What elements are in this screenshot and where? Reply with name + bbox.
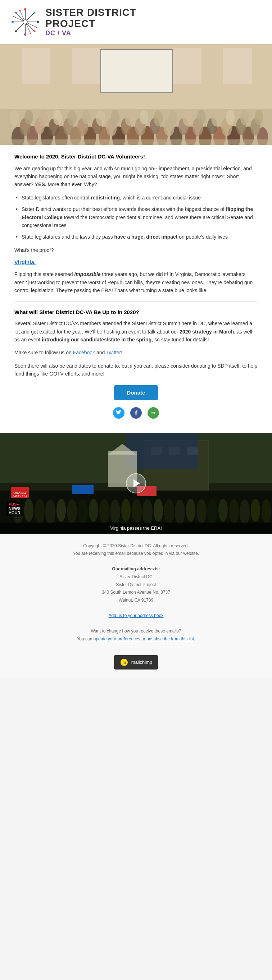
svg-point-74 [111,110,120,125]
svg-point-113 [229,499,239,523]
svg-point-83 [240,110,249,126]
svg-point-96 [45,500,55,525]
mailchimp-label: mailchimp [131,658,152,666]
svg-rect-120 [72,485,94,494]
svg-point-75 [125,110,134,126]
svg-point-103 [121,499,131,522]
section2-paragraph1: Several Sister District DC/VA members at… [14,320,258,344]
welcome-title: Welcome to 2020, Sister District DC-VA V… [14,153,258,159]
svg-point-70 [53,110,62,125]
svg-point-81 [211,110,221,126]
add-address-link[interactable]: Add us to your address book [109,613,164,618]
svg-point-15 [37,21,39,23]
virginia-paragraph: Flipping this state seemed impossible th… [14,270,258,294]
mailchimp-logo-icon: m [120,658,128,667]
footer-copyright: Copyright © 2020 Sister District DC. All… [14,542,258,550]
footer-address3: 340 South Lemon Avenue No. 8737 [14,589,258,597]
svg-point-95 [35,499,45,523]
svg-rect-85 [0,140,272,145]
logo-title: SISTER DISTRICT PROJECT [45,7,136,29]
list-item: Sister District wants to put their best … [14,205,258,229]
list-item: State legislatures often control redistr… [14,194,258,202]
svg-point-106 [154,499,163,522]
hero-image [0,44,272,145]
svg-point-72 [82,110,91,124]
unsubscribe-link[interactable]: unsubscribe from this list [146,636,194,641]
svg-rect-29 [173,48,202,84]
twitter-link[interactable]: Twitter [106,350,121,355]
forward-icon[interactable] [147,407,159,418]
footer-receiving-reason: You are receiving this email because you… [14,550,258,558]
facebook-social-icon[interactable] [130,407,142,418]
svg-point-19 [15,30,17,32]
donate-button-wrapper: Donate [14,385,258,400]
svg-point-80 [197,110,206,124]
virginia-heading: Virginia. [14,259,258,265]
svg-point-97 [56,499,66,522]
svg-point-68 [24,110,33,124]
footer-address4: Walnut, CA 91789 [14,597,258,605]
svg-point-18 [34,12,36,14]
follow-paragraph: Make sure to follow us on Facebook and T… [14,348,258,356]
main-content: Welcome to 2020, Sister District DC-VA V… [0,145,272,433]
footer-address1: Sister District DC [14,573,258,581]
svg-point-79 [182,110,192,126]
update-prefs-link[interactable]: update your preferences [94,636,140,641]
svg-point-17 [34,30,36,32]
svg-text:m: m [122,660,126,665]
pbs-badge: PBS●NEWSHOUR [6,501,23,516]
svg-point-71 [67,110,77,126]
play-button[interactable] [126,473,146,493]
svg-point-116 [262,499,271,523]
svg-point-112 [218,499,228,522]
svg-rect-31 [101,49,173,93]
svg-point-102 [110,500,120,525]
svg-point-67 [10,110,19,126]
svg-point-99 [78,499,88,525]
proof-text: What's the proof? [14,246,258,254]
svg-point-115 [251,499,260,522]
video-section: VIRGINIA RATIFY ERA PBS●NEWSHOUR Virg [0,433,272,534]
donate-button[interactable]: Donate [114,385,158,400]
svg-point-21 [36,27,37,28]
svg-point-111 [207,499,217,525]
svg-rect-30 [223,48,252,84]
footer: Copyright © 2020 Sister District DC. All… [0,534,272,678]
list-item: State legislatures and the laws they pas… [14,233,258,241]
footer-address2: Sister District Project [14,581,258,589]
twitter-icon[interactable] [113,407,125,418]
svg-point-77 [154,110,163,126]
svg-point-78 [168,110,177,125]
svg-point-76 [139,110,148,124]
section2-heading: What will Sister District DC-VA Be Up to… [14,309,258,315]
svg-point-104 [132,499,142,523]
header: SISTER DISTRICT PROJECT DC / VA [0,0,272,44]
svg-point-16 [15,12,17,14]
intro-paragraph: We are gearing up for this big year, and… [14,165,258,189]
logo-text: SISTER DISTRICT PROJECT DC / VA [45,7,136,37]
logo-subtitle: DC / VA [45,29,136,37]
footer-mailing-label: Our mailing address is: [112,566,160,571]
svg-point-107 [164,499,174,523]
footer-change-prefs: Want to change how you receive these ema… [14,627,258,643]
svg-point-108 [175,500,185,525]
svg-point-82 [226,110,235,125]
svg-point-94 [24,499,34,522]
svg-point-20 [13,16,14,17]
svg-point-98 [67,499,77,523]
svg-point-13 [24,33,26,36]
bullet-list: State legislatures often control redistr… [14,194,258,241]
play-triangle-icon [133,479,140,487]
svg-point-105 [142,499,152,525]
svg-point-84 [255,110,263,125]
svg-rect-27 [22,48,50,84]
svg-point-69 [38,110,48,126]
svg-rect-28 [72,48,101,84]
svg-point-22 [19,10,21,11]
svg-point-114 [240,500,250,525]
mailchimp-badge[interactable]: m mailchimp [114,655,158,670]
svg-point-101 [99,499,109,523]
facebook-link[interactable]: Facebook [73,350,95,355]
donate-paragraph: Soon there will also be candidates to do… [14,362,258,378]
video-caption: Virginia passes the ERA! [0,522,272,534]
